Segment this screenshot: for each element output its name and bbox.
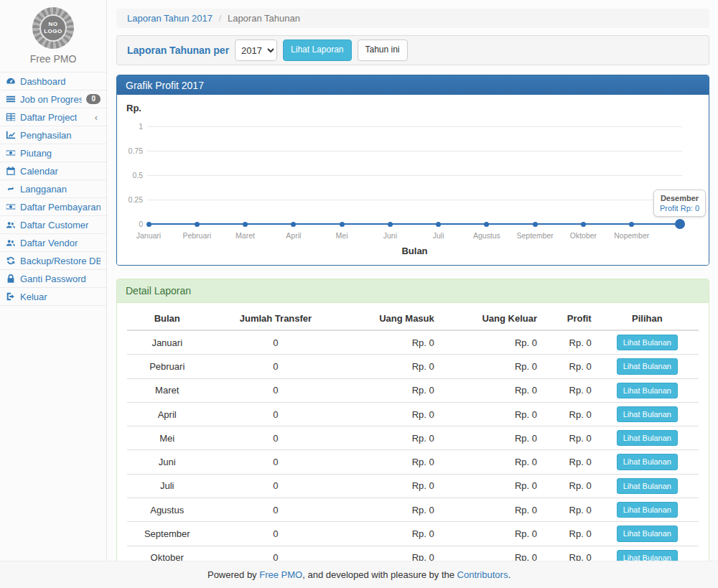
table-header-row: BulanJumlah TransferUang MasukUang Kelua… <box>127 307 699 330</box>
sidebar-item-daftar-customer: Daftar Customer <box>0 216 106 234</box>
cell-keluar: Rp. 0 <box>442 426 544 450</box>
cell-month: April <box>127 402 207 426</box>
footer-link-freepmo[interactable]: Free PMO <box>259 569 302 580</box>
sidebar-item-label: Daftar Vendor <box>20 238 78 248</box>
money-icon <box>6 148 16 158</box>
sidebar-link-daftar-project[interactable]: Daftar Project‹ <box>0 108 106 126</box>
data-point-januari[interactable] <box>146 222 151 227</box>
sidebar-link-ganti-password[interactable]: Ganti Password <box>0 270 106 287</box>
view-monthly-button-januari[interactable]: Lihat Bulanan <box>617 335 678 350</box>
data-point-oktober[interactable] <box>581 222 586 227</box>
view-monthly-button-mei[interactable]: Lihat Bulanan <box>617 430 678 446</box>
footer-text-suffix: . <box>508 569 510 580</box>
sidebar-item-label: Penghasilan <box>20 130 72 141</box>
report-table: BulanJumlah TransferUang MasukUang Kelua… <box>127 307 699 588</box>
view-monthly-button-agustus[interactable]: Lihat Bulanan <box>617 502 678 518</box>
x-tick-label: Oktober <box>557 231 609 240</box>
detail-report-panel: Detail Laporan BulanJumlah TransferUang … <box>116 279 709 588</box>
tooltip-value: Profit Rp: 0 <box>660 204 699 213</box>
cell-transfer: 0 <box>207 378 344 402</box>
sidebar-menu: DashboardJob on Progress0Daftar Project‹… <box>0 72 106 306</box>
cell-transfer: 0 <box>207 522 344 546</box>
tooltip-title: Desember <box>660 194 699 202</box>
calendar-icon <box>6 166 16 176</box>
data-point-nopember[interactable] <box>629 222 634 227</box>
cell-profit: Rp. 0 <box>544 522 596 546</box>
y-tick-label: 0.25 <box>117 195 143 204</box>
view-monthly-button-april[interactable]: Lihat Bulanan <box>617 406 678 422</box>
gridline <box>147 175 682 176</box>
view-report-button[interactable]: Lihat Laporan <box>283 39 351 61</box>
sidebar-item-piutang: Piutang <box>0 144 106 162</box>
cell-month: Agustus <box>127 498 207 522</box>
sidebar-link-keluar[interactable]: Keluar <box>0 288 106 305</box>
cell-action: Lihat Bulanan <box>596 426 699 450</box>
cell-keluar: Rp. 0 <box>442 378 544 402</box>
sidebar-link-daftar-pembayaran[interactable]: Daftar Pembayaran <box>0 198 106 215</box>
cell-month: September <box>127 522 207 546</box>
gridline <box>147 151 682 151</box>
sidebar-link-piutang[interactable]: Piutang <box>0 144 106 162</box>
sidebar-item-label: Dashboard <box>20 76 66 87</box>
sidebar-link-job-on-progress[interactable]: Job on Progress0 <box>0 90 106 108</box>
breadcrumb-link[interactable]: Laporan Tahun 2017 <box>127 13 213 24</box>
cell-month: Juli <box>127 474 207 498</box>
view-monthly-button-maret[interactable]: Lihat Bulanan <box>617 383 678 398</box>
sidebar-link-daftar-customer[interactable]: Daftar Customer <box>0 216 106 233</box>
data-point-juni[interactable] <box>388 222 393 227</box>
cell-keluar: Rp. 0 <box>442 498 544 522</box>
data-point-desember[interactable] <box>675 219 685 229</box>
view-monthly-button-september[interactable]: Lihat Bulanan <box>617 526 678 541</box>
cell-masuk: Rp. 0 <box>344 522 441 546</box>
sidebar-link-backup-restore-db[interactable]: Backup/Restore DB <box>0 252 106 269</box>
cell-masuk: Rp. 0 <box>344 330 441 355</box>
filter-label: Laporan Tahunan per <box>127 45 229 56</box>
x-tick-label: Januari <box>123 231 174 240</box>
y-tick-label: 0.75 <box>117 146 143 155</box>
profit-line-chart: Rp. 10.750.50.250JanuariPebruariMaretApr… <box>117 95 709 265</box>
sidebar-link-penghasilan[interactable]: Penghasilan <box>0 126 106 144</box>
year-select[interactable]: 2017 <box>235 39 277 61</box>
cell-action: Lihat Bulanan <box>596 402 699 426</box>
view-monthly-button-juli[interactable]: Lihat Bulanan <box>617 478 678 494</box>
x-tick-label: September <box>509 231 561 240</box>
cell-action: Lihat Bulanan <box>596 522 699 546</box>
data-point-september[interactable] <box>533 222 538 227</box>
cell-profit: Rp. 0 <box>544 355 596 378</box>
cell-action: Lihat Bulanan <box>596 474 699 498</box>
data-point-april[interactable] <box>291 222 296 227</box>
data-point-juli[interactable] <box>436 222 441 227</box>
column-header-uang-keluar: Uang Keluar <box>442 307 544 330</box>
cell-month: Pebruari <box>127 355 207 378</box>
sidebar-link-dashboard[interactable]: Dashboard <box>0 73 106 90</box>
view-monthly-button-juni[interactable]: Lihat Bulanan <box>617 454 678 470</box>
sidebar-link-calendar[interactable]: Calendar <box>0 162 106 179</box>
sidebar-item-label: Daftar Project <box>20 112 77 123</box>
sidebar-link-langganan[interactable]: Langganan <box>0 180 106 197</box>
data-point-maret[interactable] <box>243 222 248 227</box>
sidebar-link-daftar-vendor[interactable]: Daftar Vendor <box>0 234 106 251</box>
sidebar-item-label: Keluar <box>20 291 47 302</box>
sidebar-item-backup-restore-db: Backup/Restore DB <box>0 252 106 270</box>
cell-profit: Rp. 0 <box>544 474 596 498</box>
data-point-mei[interactable] <box>340 222 345 227</box>
sidebar-item-label: Backup/Restore DB <box>20 256 101 266</box>
page-footer: Powered by Free PMO, and developed with … <box>0 561 718 588</box>
sidebar-item-penghasilan: Penghasilan <box>0 126 106 144</box>
retweet-icon <box>6 184 16 194</box>
x-tick-label: Agustus <box>461 231 513 240</box>
x-tick-label: Pebruari <box>171 231 223 240</box>
breadcrumb-current: Laporan Tahunan <box>228 13 300 24</box>
footer-link-contributors[interactable]: Contributors <box>457 569 508 580</box>
data-point-agustus[interactable] <box>484 222 489 227</box>
this-year-button[interactable]: Tahun ini <box>358 39 408 61</box>
table-icon <box>6 112 16 122</box>
sidebar-item-label: Daftar Pembayaran <box>20 202 101 213</box>
brand-name: Free PMO <box>0 53 106 65</box>
data-point-pebruari[interactable] <box>195 222 200 227</box>
view-monthly-button-pebruari[interactable]: Lihat Bulanan <box>617 358 678 374</box>
x-tick-label: Mei <box>316 231 368 240</box>
cell-profit: Rp. 0 <box>544 498 596 522</box>
cell-profit: Rp. 0 <box>544 378 596 402</box>
cell-transfer: 0 <box>207 498 344 522</box>
